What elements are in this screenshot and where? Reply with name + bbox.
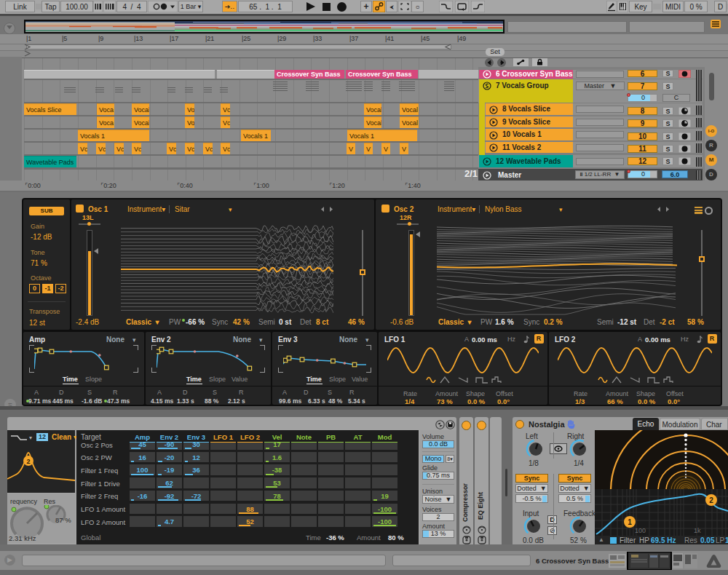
svg-text:1k: 1k (694, 527, 701, 534)
svg-text:2: 2 (709, 496, 713, 504)
svg-text:100: 100 (635, 527, 646, 534)
svg-text:2: 2 (26, 458, 30, 465)
svg-text:1: 1 (628, 518, 632, 526)
